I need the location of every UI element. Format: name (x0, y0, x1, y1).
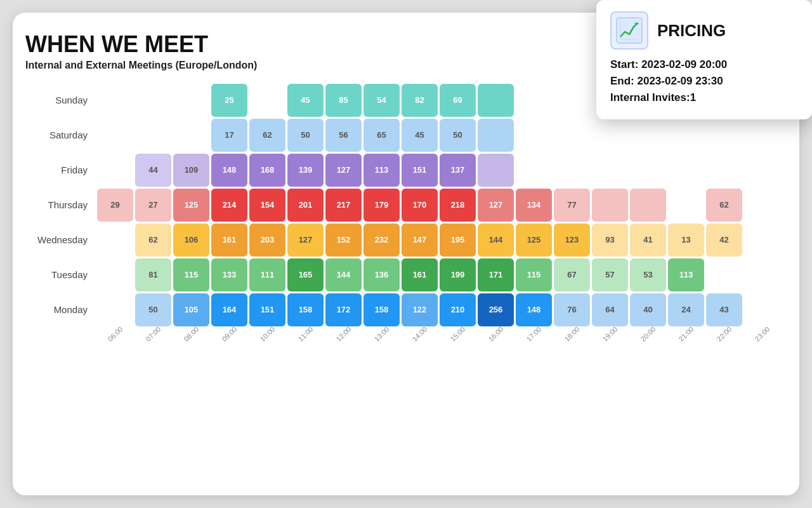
heatmap-cell[interactable] (97, 224, 133, 257)
heatmap-cell[interactable]: 165 (287, 258, 324, 291)
heatmap-cell[interactable]: 170 (402, 189, 438, 222)
heatmap-cell[interactable] (135, 119, 171, 152)
heatmap-cell[interactable]: 214 (211, 189, 247, 222)
heatmap-cell[interactable] (706, 258, 742, 291)
heatmap-cell[interactable]: 25 (211, 84, 247, 117)
heatmap-cell[interactable] (744, 258, 780, 291)
heatmap-cell[interactable]: 45 (287, 84, 324, 117)
heatmap-cell[interactable] (478, 84, 514, 117)
heatmap-cell[interactable]: 179 (363, 189, 400, 222)
heatmap-cell[interactable]: 45 (402, 119, 438, 152)
heatmap-cell[interactable]: 13 (668, 224, 704, 257)
heatmap-cell[interactable]: 113 (668, 258, 704, 291)
heatmap-cell[interactable]: 57 (592, 258, 628, 291)
heatmap-cell[interactable]: 113 (363, 154, 400, 187)
heatmap-cell[interactable]: 53 (630, 258, 666, 291)
heatmap-cell[interactable]: 195 (440, 224, 476, 257)
heatmap-cell[interactable]: 54 (363, 84, 400, 117)
heatmap-cell[interactable] (478, 154, 514, 187)
heatmap-cell[interactable]: 171 (478, 258, 514, 291)
heatmap-cell[interactable]: 93 (592, 224, 628, 257)
heatmap-cell[interactable]: 62 (249, 119, 285, 152)
heatmap-cell[interactable] (97, 119, 133, 152)
heatmap-cell[interactable] (554, 154, 590, 187)
heatmap-cell[interactable] (630, 154, 666, 187)
heatmap-cell[interactable]: 133 (211, 258, 247, 291)
heatmap-cell[interactable]: 125 (173, 189, 209, 222)
heatmap-cell[interactable] (744, 119, 780, 152)
heatmap-cell[interactable]: 109 (173, 154, 209, 187)
heatmap-cell[interactable]: 136 (363, 258, 400, 291)
heatmap-cell[interactable]: 69 (440, 84, 476, 117)
heatmap-cell[interactable]: 50 (440, 119, 476, 152)
heatmap-cell[interactable]: 44 (135, 154, 171, 187)
heatmap-cell[interactable] (516, 84, 552, 117)
heatmap-cell[interactable]: 56 (325, 119, 362, 152)
heatmap-cell[interactable]: 151 (402, 154, 438, 187)
heatmap-cell[interactable]: 67 (554, 258, 590, 291)
heatmap-cell[interactable]: 134 (516, 189, 552, 222)
heatmap-cell[interactable]: 161 (402, 258, 438, 291)
heatmap-cell[interactable]: 115 (516, 258, 552, 291)
heatmap-cell[interactable]: 232 (363, 224, 400, 257)
heatmap-cell[interactable]: 127 (287, 224, 324, 257)
heatmap-cell[interactable]: 148 (211, 154, 247, 187)
heatmap-cell[interactable] (97, 154, 133, 187)
heatmap-cell[interactable]: 77 (554, 189, 590, 222)
heatmap-cell[interactable]: 62 (135, 224, 171, 257)
heatmap-cell[interactable]: 27 (135, 189, 171, 222)
heatmap-cell[interactable]: 111 (249, 258, 285, 291)
heatmap-cell[interactable]: 154 (249, 189, 285, 222)
heatmap-cell[interactable]: 115 (173, 258, 209, 291)
heatmap-cell[interactable] (706, 154, 742, 187)
heatmap-cell[interactable]: 65 (363, 119, 400, 152)
heatmap-cell[interactable] (135, 84, 171, 117)
heatmap-cell[interactable]: 62 (706, 189, 742, 222)
heatmap-cell[interactable]: 144 (325, 258, 362, 291)
heatmap-cell[interactable] (592, 154, 628, 187)
heatmap-cell[interactable]: 147 (402, 224, 438, 257)
heatmap-cell[interactable]: 50 (287, 119, 324, 152)
heatmap-cell[interactable]: 199 (440, 258, 476, 291)
heatmap-cell[interactable] (554, 84, 590, 117)
heatmap-cell[interactable] (173, 119, 209, 152)
heatmap-cell[interactable] (97, 84, 133, 117)
heatmap-cell[interactable]: 41 (630, 224, 666, 257)
heatmap-cell[interactable] (744, 224, 780, 257)
heatmap-cell[interactable]: 106 (173, 224, 209, 257)
heatmap-cell[interactable]: 123 (554, 224, 590, 257)
heatmap-cell[interactable] (173, 84, 209, 117)
heatmap-cell[interactable] (592, 119, 628, 152)
heatmap-cell[interactable]: 127 (325, 154, 362, 187)
heatmap-cell[interactable]: 139 (287, 154, 324, 187)
heatmap-cell[interactable]: 29 (97, 189, 133, 222)
heatmap-cell[interactable]: 81 (135, 258, 171, 291)
heatmap-cell[interactable]: 42 (706, 224, 742, 257)
heatmap-cell[interactable] (744, 189, 780, 222)
heatmap-cell[interactable] (592, 189, 628, 222)
heatmap-cell[interactable]: 152 (325, 224, 362, 257)
heatmap-cell[interactable] (249, 84, 285, 117)
heatmap-cell[interactable]: 85 (325, 84, 362, 117)
heatmap-cell[interactable]: 218 (440, 189, 476, 222)
heatmap-cell[interactable] (630, 119, 666, 152)
heatmap-cell[interactable]: 203 (249, 224, 285, 257)
heatmap-cell[interactable]: 217 (325, 189, 362, 222)
heatmap-cell[interactable] (668, 189, 704, 222)
heatmap-cell[interactable]: 168 (249, 154, 285, 187)
heatmap-cell[interactable] (516, 119, 552, 152)
heatmap-cell[interactable] (706, 119, 742, 152)
heatmap-cell[interactable]: 17 (211, 119, 247, 152)
heatmap-cell[interactable] (744, 154, 780, 187)
heatmap-cell[interactable]: 125 (516, 224, 552, 257)
heatmap-cell[interactable] (478, 119, 514, 152)
heatmap-cell[interactable] (668, 154, 704, 187)
heatmap-cell[interactable] (668, 119, 704, 152)
heatmap-cell[interactable]: 137 (440, 154, 476, 187)
heatmap-cell[interactable]: 161 (211, 224, 247, 257)
heatmap-cell[interactable]: 144 (478, 224, 514, 257)
heatmap-cell[interactable]: 127 (478, 189, 514, 222)
heatmap-cell[interactable] (97, 258, 133, 291)
heatmap-cell[interactable]: 82 (402, 84, 438, 117)
heatmap-cell[interactable] (630, 189, 666, 222)
